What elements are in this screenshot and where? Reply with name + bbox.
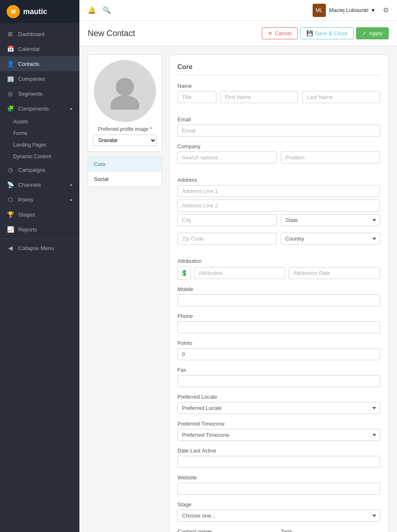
country-group: Country — [281, 233, 380, 245]
components-icon: 🧩 — [7, 105, 14, 112]
mobile-field[interactable] — [177, 294, 380, 306]
svg-point-1 — [110, 95, 139, 110]
email-label: Email — [177, 116, 380, 123]
tags-group: Tags — [281, 528, 380, 532]
phone-group: Phone — [177, 313, 380, 333]
stage-label: Stage — [177, 501, 380, 508]
address-group: Address State — [177, 177, 380, 251]
mobile-group: Mobile — [177, 286, 380, 306]
sidebar-item-components[interactable]: 🧩 Components ▸ — [0, 101, 79, 116]
save-close-button[interactable]: 💾 Save & Close — [300, 27, 354, 39]
website-group: Website — [177, 474, 380, 495]
profile-image-label: Preferred profile image * — [93, 126, 157, 132]
mobile-label: Mobile — [177, 286, 380, 292]
sidebar-item-points[interactable]: ⬡ Points ▸ — [0, 192, 79, 207]
website-label: Website — [177, 474, 380, 481]
calendar-icon: 📅 — [7, 46, 14, 52]
email-field[interactable] — [177, 125, 380, 137]
attribution-icon-button[interactable]: 💲 — [177, 266, 191, 279]
address-label: Address — [177, 177, 380, 183]
sidebar-nav: ⊞ Dashboard 📅 Calendar 👤 Contacts 🏢 Comp… — [0, 23, 79, 532]
sidebar-item-forms[interactable]: Forms — [0, 128, 79, 139]
address-line1-field[interactable] — [177, 185, 380, 197]
stage-select[interactable]: Choose one... — [177, 510, 380, 522]
name-label: Name — [177, 83, 380, 89]
sidebar-item-contacts[interactable]: 👤 Contacts — [0, 56, 79, 71]
sidebar-item-segments[interactable]: ◎ Segments — [0, 86, 79, 101]
address-line2-field[interactable] — [177, 200, 380, 212]
sidebar-item-companies[interactable]: 🏢 Companies — [0, 71, 79, 86]
company-search-group — [177, 152, 277, 164]
sidebar-divider — [0, 238, 79, 239]
title-field[interactable] — [177, 91, 216, 103]
phone-field[interactable] — [177, 321, 380, 333]
content-body: Preferred profile image * Gravatar Core … — [79, 46, 397, 532]
attribution-date-field[interactable] — [289, 267, 380, 279]
attribution-label: Attribution — [177, 258, 380, 264]
section-title: Core — [177, 63, 380, 75]
position-field[interactable] — [281, 152, 380, 164]
zip-field[interactable] — [177, 233, 277, 245]
state-select[interactable]: State — [281, 214, 380, 226]
user-info[interactable]: ML Maciej Lukiasnki ▾ — [313, 4, 375, 17]
header-actions: ✕ Cancel 💾 Save & Close ✓ Apply — [262, 27, 389, 39]
company-row — [177, 152, 380, 170]
topbar: 🔔 🔍 ML Maciej Lukiasnki ▾ ⚙ — [79, 0, 397, 21]
sidebar-item-campaigns[interactable]: ◷ Campaigns — [0, 162, 79, 177]
sidebar-logo: M mautic — [0, 0, 79, 23]
segments-icon: ◎ — [7, 90, 14, 97]
page-title: New Contact — [88, 29, 135, 38]
channels-arrow: ▸ — [70, 182, 73, 188]
side-nav-social[interactable]: Social — [88, 172, 162, 186]
profile-image-select[interactable]: Gravatar — [93, 135, 157, 146]
preferred-locale-select[interactable]: Preferred Locale — [177, 402, 380, 414]
preferred-timezone-select[interactable]: Preferred Timezone — [177, 429, 380, 441]
search-icon[interactable]: 🔍 — [103, 6, 111, 14]
city-field[interactable] — [177, 214, 277, 226]
sidebar-item-landing-pages[interactable]: Landing Pages — [0, 139, 79, 151]
date-last-active-field[interactable] — [177, 456, 380, 468]
side-nav: Core Social — [88, 156, 162, 187]
required-star: * — [150, 126, 152, 132]
name-row — [177, 91, 380, 110]
preferred-timezone-group: Preferred Timezone Preferred Timezone — [177, 421, 380, 441]
fax-field[interactable] — [177, 375, 380, 387]
gear-icon[interactable]: ⚙ — [383, 6, 389, 14]
first-name-field[interactable] — [220, 91, 298, 103]
stages-icon: 🏆 — [7, 211, 14, 218]
title-group — [177, 91, 216, 103]
notification-icon[interactable]: 🔔 — [88, 6, 96, 14]
zip-group — [177, 233, 277, 245]
contact-owner-group: Contact owner Lukiasnki, Maciej — [177, 528, 277, 532]
sidebar-item-calendar[interactable]: 📅 Calendar — [0, 41, 79, 56]
sidebar-item-dynamic-content[interactable]: Dynamic Content — [0, 151, 79, 162]
sidebar: M mautic ⊞ Dashboard 📅 Calendar 👤 Contac… — [0, 0, 79, 532]
content-header: New Contact ✕ Cancel 💾 Save & Close ✓ Ap… — [79, 21, 397, 46]
company-search-field[interactable] — [177, 152, 277, 164]
phone-label: Phone — [177, 313, 380, 319]
attribution-field[interactable] — [194, 267, 285, 279]
last-name-field[interactable] — [302, 91, 380, 103]
first-name-group — [220, 91, 298, 103]
sidebar-item-channels[interactable]: 📡 Channels ▸ — [0, 177, 79, 192]
right-panel: Core Name — [169, 55, 389, 532]
attribution-row: 💲 — [177, 266, 380, 279]
apply-check-icon: ✓ — [362, 30, 367, 36]
profile-image-placeholder — [94, 60, 156, 122]
save-icon: 💾 — [306, 30, 313, 36]
sidebar-item-assets[interactable]: Assets — [0, 116, 79, 128]
date-last-active-label: Date Last Active — [177, 448, 380, 454]
side-nav-core[interactable]: Core — [88, 157, 162, 172]
last-name-group — [302, 91, 380, 103]
website-field[interactable] — [177, 483, 380, 495]
country-select[interactable]: Country — [281, 233, 380, 245]
sidebar-item-reports[interactable]: 📈 Reports — [0, 222, 79, 237]
stage-group: Stage Choose one... — [177, 501, 380, 522]
sidebar-item-stages[interactable]: 🏆 Stages — [0, 207, 79, 222]
points-field[interactable] — [177, 348, 380, 360]
cancel-button[interactable]: ✕ Cancel — [262, 27, 297, 39]
sidebar-item-collapse[interactable]: ◀ Collapse Menu — [0, 241, 79, 255]
sidebar-item-dashboard[interactable]: ⊞ Dashboard — [0, 26, 79, 41]
apply-button[interactable]: ✓ Apply — [356, 27, 389, 39]
contacts-icon: 👤 — [7, 60, 14, 67]
